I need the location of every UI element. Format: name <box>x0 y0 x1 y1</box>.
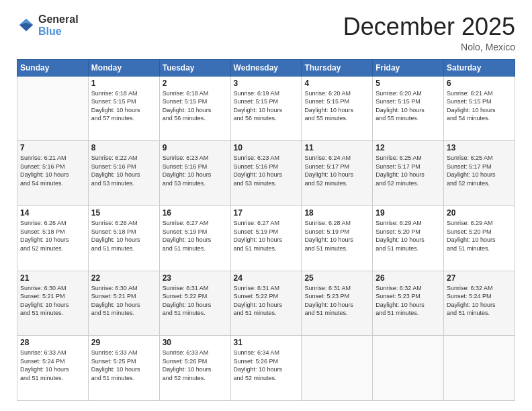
logo-icon <box>17 16 36 35</box>
day-number: 31 <box>234 338 299 347</box>
day-number: 27 <box>447 273 512 283</box>
calendar-cell: 21Sunrise: 6:30 AM Sunset: 5:21 PM Dayli… <box>17 271 89 336</box>
calendar-cell <box>444 336 515 401</box>
day-info: Sunrise: 6:25 AM Sunset: 5:17 PM Dayligh… <box>375 154 441 187</box>
calendar-cell: 12Sunrise: 6:25 AM Sunset: 5:17 PM Dayli… <box>373 141 444 206</box>
day-info: Sunrise: 6:33 AM Sunset: 5:26 PM Dayligh… <box>163 349 228 382</box>
calendar-cell: 6Sunrise: 6:21 AM Sunset: 5:15 PM Daylig… <box>444 76 515 141</box>
calendar-cell: 4Sunrise: 6:20 AM Sunset: 5:15 PM Daylig… <box>302 76 373 141</box>
day-number: 15 <box>91 208 157 218</box>
calendar-cell: 18Sunrise: 6:28 AM Sunset: 5:19 PM Dayli… <box>302 205 373 271</box>
weekday-header: Thursday <box>302 59 373 76</box>
calendar-cell: 5Sunrise: 6:20 AM Sunset: 5:15 PM Daylig… <box>373 76 444 141</box>
calendar-cell: 22Sunrise: 6:30 AM Sunset: 5:21 PM Dayli… <box>88 271 159 336</box>
day-number: 14 <box>20 208 85 218</box>
day-number: 30 <box>163 338 228 347</box>
calendar-cell: 13Sunrise: 6:25 AM Sunset: 5:17 PM Dayli… <box>444 141 515 206</box>
calendar-cell: 16Sunrise: 6:27 AM Sunset: 5:19 PM Dayli… <box>159 205 230 271</box>
title-block: December 2025 Nolo, Mexico <box>343 13 515 52</box>
day-number: 24 <box>234 273 299 283</box>
calendar-week-row: 1Sunrise: 6:18 AM Sunset: 5:15 PM Daylig… <box>17 76 515 141</box>
day-number: 25 <box>304 273 369 283</box>
calendar-cell: 25Sunrise: 6:31 AM Sunset: 5:23 PM Dayli… <box>302 271 373 336</box>
day-number: 28 <box>20 338 85 347</box>
calendar-cell: 11Sunrise: 6:24 AM Sunset: 5:17 PM Dayli… <box>302 141 373 206</box>
day-info: Sunrise: 6:28 AM Sunset: 5:19 PM Dayligh… <box>304 219 369 253</box>
calendar-week-row: 21Sunrise: 6:30 AM Sunset: 5:21 PM Dayli… <box>17 271 515 336</box>
day-number: 8 <box>91 143 157 152</box>
day-info: Sunrise: 6:29 AM Sunset: 5:20 PM Dayligh… <box>447 219 512 253</box>
calendar-cell: 9Sunrise: 6:23 AM Sunset: 5:16 PM Daylig… <box>159 141 230 206</box>
weekday-header: Wednesday <box>230 59 302 76</box>
calendar-week-row: 7Sunrise: 6:21 AM Sunset: 5:16 PM Daylig… <box>17 141 515 206</box>
location: Nolo, Mexico <box>343 42 515 52</box>
day-number: 23 <box>163 273 228 283</box>
day-number: 9 <box>163 143 228 152</box>
day-number: 2 <box>163 79 228 88</box>
calendar-cell: 2Sunrise: 6:18 AM Sunset: 5:15 PM Daylig… <box>159 76 230 141</box>
day-info: Sunrise: 6:25 AM Sunset: 5:17 PM Dayligh… <box>447 154 512 187</box>
day-info: Sunrise: 6:23 AM Sunset: 5:16 PM Dayligh… <box>163 154 228 187</box>
calendar-cell: 28Sunrise: 6:33 AM Sunset: 5:24 PM Dayli… <box>17 336 89 401</box>
header: General Blue December 2025 Nolo, Mexico <box>17 13 515 52</box>
calendar-cell: 1Sunrise: 6:18 AM Sunset: 5:15 PM Daylig… <box>88 76 159 141</box>
page: General Blue December 2025 Nolo, Mexico … <box>0 0 532 411</box>
calendar-cell: 17Sunrise: 6:27 AM Sunset: 5:19 PM Dayli… <box>230 205 302 271</box>
day-info: Sunrise: 6:31 AM Sunset: 5:22 PM Dayligh… <box>163 284 228 318</box>
calendar-cell: 26Sunrise: 6:32 AM Sunset: 5:23 PM Dayli… <box>373 271 444 336</box>
calendar-cell: 7Sunrise: 6:21 AM Sunset: 5:16 PM Daylig… <box>17 141 89 206</box>
day-number: 29 <box>91 338 157 347</box>
day-info: Sunrise: 6:24 AM Sunset: 5:17 PM Dayligh… <box>304 154 369 187</box>
calendar-cell: 19Sunrise: 6:29 AM Sunset: 5:20 PM Dayli… <box>373 205 444 271</box>
calendar-cell: 20Sunrise: 6:29 AM Sunset: 5:20 PM Dayli… <box>444 205 515 271</box>
day-number: 1 <box>91 79 157 88</box>
day-info: Sunrise: 6:30 AM Sunset: 5:21 PM Dayligh… <box>91 284 157 318</box>
day-info: Sunrise: 6:21 AM Sunset: 5:16 PM Dayligh… <box>20 154 85 187</box>
day-info: Sunrise: 6:20 AM Sunset: 5:15 PM Dayligh… <box>375 89 441 123</box>
day-info: Sunrise: 6:27 AM Sunset: 5:19 PM Dayligh… <box>163 219 228 253</box>
calendar-cell: 24Sunrise: 6:31 AM Sunset: 5:22 PM Dayli… <box>230 271 302 336</box>
day-info: Sunrise: 6:27 AM Sunset: 5:19 PM Dayligh… <box>234 219 299 253</box>
calendar-cell: 3Sunrise: 6:19 AM Sunset: 5:15 PM Daylig… <box>230 76 302 141</box>
calendar-cell: 27Sunrise: 6:32 AM Sunset: 5:24 PM Dayli… <box>444 271 515 336</box>
calendar-cell: 30Sunrise: 6:33 AM Sunset: 5:26 PM Dayli… <box>159 336 230 401</box>
day-number: 7 <box>20 143 85 152</box>
weekday-header: Monday <box>88 59 159 76</box>
day-number: 6 <box>447 79 512 88</box>
day-number: 11 <box>304 143 369 152</box>
day-number: 18 <box>304 208 369 218</box>
calendar-cell: 31Sunrise: 6:34 AM Sunset: 5:26 PM Dayli… <box>230 336 302 401</box>
day-info: Sunrise: 6:26 AM Sunset: 5:18 PM Dayligh… <box>91 219 157 253</box>
day-info: Sunrise: 6:31 AM Sunset: 5:22 PM Dayligh… <box>234 284 299 318</box>
calendar-cell: 10Sunrise: 6:23 AM Sunset: 5:16 PM Dayli… <box>230 141 302 206</box>
day-number: 22 <box>91 273 157 283</box>
calendar-cell: 15Sunrise: 6:26 AM Sunset: 5:18 PM Dayli… <box>88 205 159 271</box>
weekday-header: Friday <box>373 59 444 76</box>
calendar-cell <box>17 76 89 141</box>
day-number: 4 <box>304 79 369 88</box>
day-info: Sunrise: 6:22 AM Sunset: 5:16 PM Dayligh… <box>91 154 157 187</box>
day-number: 20 <box>447 208 512 218</box>
weekday-header: Tuesday <box>159 59 230 76</box>
weekday-header: Sunday <box>17 59 89 76</box>
weekday-header: Saturday <box>444 59 515 76</box>
calendar-cell <box>373 336 444 401</box>
day-number: 12 <box>375 143 441 152</box>
day-info: Sunrise: 6:34 AM Sunset: 5:26 PM Dayligh… <box>234 349 299 382</box>
day-info: Sunrise: 6:31 AM Sunset: 5:23 PM Dayligh… <box>304 284 369 318</box>
day-info: Sunrise: 6:29 AM Sunset: 5:20 PM Dayligh… <box>375 219 441 253</box>
logo-text: General Blue <box>38 13 79 38</box>
day-info: Sunrise: 6:21 AM Sunset: 5:15 PM Dayligh… <box>447 89 512 123</box>
day-info: Sunrise: 6:18 AM Sunset: 5:15 PM Dayligh… <box>91 89 157 123</box>
calendar-cell: 29Sunrise: 6:33 AM Sunset: 5:25 PM Dayli… <box>88 336 159 401</box>
day-number: 26 <box>375 273 441 283</box>
day-number: 10 <box>234 143 299 152</box>
calendar-cell: 8Sunrise: 6:22 AM Sunset: 5:16 PM Daylig… <box>88 141 159 206</box>
calendar-cell: 14Sunrise: 6:26 AM Sunset: 5:18 PM Dayli… <box>17 205 89 271</box>
day-info: Sunrise: 6:33 AM Sunset: 5:25 PM Dayligh… <box>91 349 157 382</box>
day-number: 19 <box>375 208 441 218</box>
day-number: 21 <box>20 273 85 283</box>
day-number: 13 <box>447 143 512 152</box>
day-info: Sunrise: 6:18 AM Sunset: 5:15 PM Dayligh… <box>163 89 228 123</box>
day-info: Sunrise: 6:23 AM Sunset: 5:16 PM Dayligh… <box>234 154 299 187</box>
